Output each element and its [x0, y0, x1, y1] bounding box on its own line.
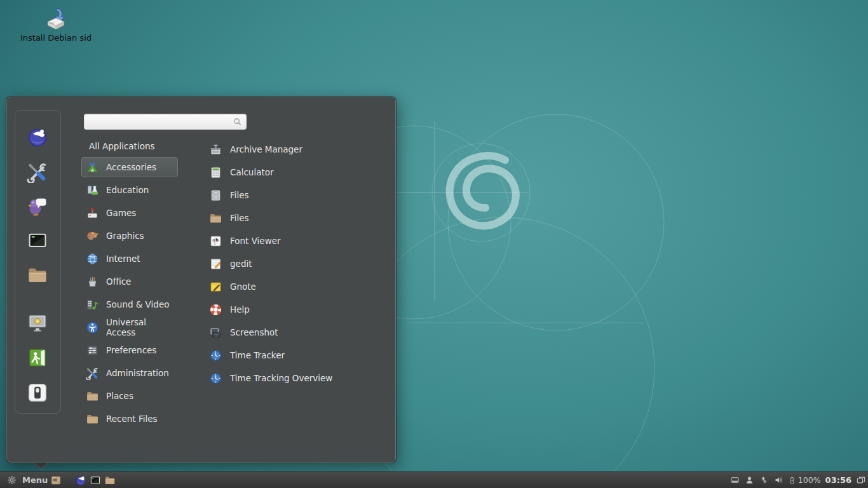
- app-label: Time Tracking Overview: [230, 373, 332, 383]
- category-label: Places: [106, 391, 133, 401]
- clock[interactable]: 03:56: [825, 475, 851, 485]
- category-preferences[interactable]: Preferences: [81, 340, 178, 360]
- search-input[interactable]: [84, 114, 233, 130]
- tray-volume-icon[interactable]: [774, 475, 783, 485]
- app-gnote[interactable]: Gnote: [209, 276, 332, 297]
- window-switcher-button[interactable]: [856, 475, 866, 485]
- taskbar-panel: Menu 100% 03:56: [0, 471, 868, 488]
- svg-text:c: c: [214, 241, 216, 246]
- category-label: Preferences: [106, 345, 156, 355]
- tray-window-outline-icon[interactable]: [730, 475, 740, 485]
- gnote-icon: [209, 280, 222, 294]
- accessories-icon: [86, 161, 99, 174]
- calculator-icon: [209, 166, 222, 179]
- favorite-file-manager[interactable]: [27, 264, 48, 286]
- show-desktop-button[interactable]: [50, 475, 62, 486]
- battery-icon[interactable]: [788, 475, 796, 485]
- category-label: Universal Access: [106, 317, 173, 337]
- tray-user-icon[interactable]: [745, 475, 754, 485]
- font-viewer-icon: abc: [209, 234, 222, 248]
- battery-percent: 100%: [798, 475, 821, 485]
- category-label: Education: [106, 185, 149, 195]
- app-time-tracker[interactable]: Time Tracker: [209, 345, 332, 365]
- favorites-sidebar: [15, 110, 61, 414]
- category-universal-access[interactable]: Universal Access: [81, 317, 178, 337]
- app-gedit[interactable]: gedit: [209, 254, 332, 274]
- terminal-icon: [27, 230, 48, 252]
- time-tracker-icon: [209, 372, 222, 385]
- app-files[interactable]: Files: [209, 185, 332, 205]
- application-list: Archive ManagerCalculatorFilesFilesabcFo…: [209, 139, 332, 388]
- file-manager-icon: [27, 264, 48, 286]
- desktop: Install Debian sid All Applications Acce…: [0, 0, 868, 488]
- gedit-icon: [209, 257, 222, 271]
- pidgin-messenger-icon: [27, 195, 48, 217]
- app-label: Time Tracker: [230, 350, 285, 360]
- office-icon: [86, 275, 99, 288]
- category-internet[interactable]: Internet: [81, 248, 178, 269]
- sound-video-icon: [86, 298, 99, 311]
- favorite-web-browser[interactable]: [27, 126, 48, 148]
- category-office[interactable]: Office: [81, 271, 178, 292]
- search-icon: [233, 117, 242, 126]
- category-education[interactable]: Education: [81, 180, 178, 200]
- favorite-shut-down[interactable]: [27, 382, 48, 403]
- help-icon: [209, 303, 222, 316]
- internet-icon: [86, 252, 99, 266]
- category-label: Graphics: [106, 231, 144, 241]
- category-label: Office: [106, 276, 131, 287]
- app-label: Calculator: [230, 167, 274, 177]
- search-box[interactable]: [84, 114, 247, 130]
- app-help[interactable]: Help: [209, 299, 332, 320]
- category-label: Administration: [106, 368, 169, 378]
- panel-launchers: [75, 475, 116, 486]
- favorite-terminal[interactable]: [27, 230, 48, 252]
- category-label: Sound & Video: [106, 299, 169, 309]
- launcher-terminal[interactable]: [90, 475, 101, 486]
- favorite-pidgin-messenger[interactable]: [27, 195, 48, 217]
- education-icon: [86, 184, 99, 197]
- category-graphics[interactable]: Graphics: [81, 226, 178, 246]
- category-label: Games: [106, 208, 136, 218]
- app-label: Archive Manager: [230, 144, 302, 154]
- app-label: Gnote: [230, 281, 256, 292]
- category-games[interactable]: Games: [81, 203, 178, 223]
- favorite-system-tools[interactable]: [27, 161, 48, 183]
- shut-down-icon: [27, 382, 48, 403]
- universal-access-icon: [86, 321, 99, 334]
- launcher-file-manager[interactable]: [104, 475, 116, 486]
- app-archive-manager[interactable]: Archive Manager: [209, 139, 332, 159]
- app-time-tracking-overview[interactable]: Time Tracking Overview: [209, 368, 332, 388]
- app-label: Files: [230, 190, 249, 200]
- category-recent-files[interactable]: Recent Files: [81, 409, 178, 429]
- launcher-web-browser[interactable]: [75, 475, 86, 486]
- lock-screen-icon: [27, 312, 48, 334]
- category-sound-video[interactable]: Sound & Video: [81, 294, 178, 315]
- tray-network-icon[interactable]: [759, 475, 769, 485]
- time-tracker-icon: [209, 349, 222, 362]
- category-label: Accessories: [106, 162, 156, 172]
- log-out-icon: [27, 347, 48, 369]
- app-screenshot[interactable]: Screenshot: [209, 322, 332, 342]
- menu-button[interactable]: Menu: [4, 472, 50, 488]
- favorite-log-out[interactable]: [27, 347, 48, 369]
- app-label: Files: [230, 213, 249, 223]
- preferences-icon: [86, 344, 99, 357]
- install-debian-desktop-icon[interactable]: Install Debian sid: [19, 5, 93, 43]
- category-label: Recent Files: [106, 414, 158, 424]
- system-tools-icon: [27, 161, 48, 183]
- category-accessories[interactable]: Accessories: [81, 157, 178, 177]
- category-places[interactable]: Places: [81, 386, 178, 406]
- app-font-viewer[interactable]: abcFont Viewer: [209, 231, 332, 251]
- menu-gear-icon: [6, 475, 17, 485]
- tray-icons: [730, 475, 783, 485]
- category-list: AccessoriesEducationGamesGraphicsInterne…: [81, 157, 178, 429]
- app-calculator[interactable]: Calculator: [209, 162, 332, 182]
- favorite-lock-screen[interactable]: [27, 312, 48, 334]
- app-files[interactable]: Files: [209, 208, 332, 228]
- administration-icon: [86, 367, 99, 380]
- web-browser-icon: [27, 126, 48, 148]
- category-all-applications[interactable]: All Applications: [89, 138, 155, 154]
- screenshot-icon: [209, 326, 222, 339]
- category-administration[interactable]: Administration: [81, 363, 178, 383]
